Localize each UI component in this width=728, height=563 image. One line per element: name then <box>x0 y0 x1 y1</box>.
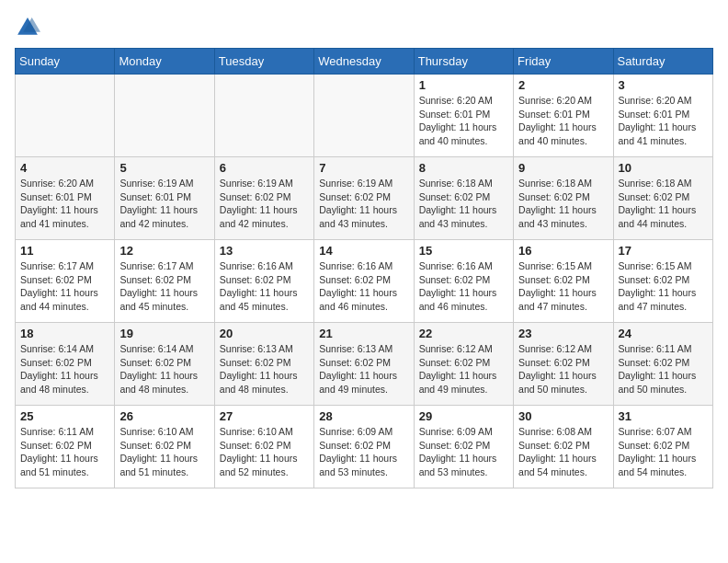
day-info: Sunrise: 6:08 AM Sunset: 6:02 PM Dayligh… <box>518 425 608 479</box>
calendar-week-5: 25Sunrise: 6:11 AM Sunset: 6:02 PM Dayli… <box>16 406 713 488</box>
day-info: Sunrise: 6:15 AM Sunset: 6:02 PM Dayligh… <box>619 259 708 314</box>
day-number: 13 <box>220 244 309 258</box>
logo <box>15 15 44 40</box>
calendar-cell: 23Sunrise: 6:12 AM Sunset: 6:02 PM Dayli… <box>514 323 613 406</box>
weekday-monday: Monday <box>115 49 214 75</box>
day-number: 19 <box>119 327 209 340</box>
day-number: 24 <box>619 327 708 340</box>
day-number: 31 <box>619 409 708 423</box>
day-info: Sunrise: 6:20 AM Sunset: 6:01 PM Dayligh… <box>419 94 508 148</box>
day-info: Sunrise: 6:15 AM Sunset: 6:02 PM Dayligh… <box>518 259 608 314</box>
calendar-cell: 19Sunrise: 6:14 AM Sunset: 6:02 PM Dayli… <box>115 323 214 406</box>
day-number: 2 <box>518 78 608 92</box>
day-number: 1 <box>419 78 508 92</box>
calendar-cell <box>115 75 214 157</box>
day-number: 23 <box>518 327 608 340</box>
day-info: Sunrise: 6:18 AM Sunset: 6:02 PM Dayligh… <box>518 177 608 231</box>
calendar-cell: 9Sunrise: 6:18 AM Sunset: 6:02 PM Daylig… <box>514 157 613 240</box>
day-info: Sunrise: 6:20 AM Sunset: 6:01 PM Dayligh… <box>518 94 608 148</box>
calendar-cell: 17Sunrise: 6:15 AM Sunset: 6:02 PM Dayli… <box>613 240 712 323</box>
calendar-cell: 8Sunrise: 6:18 AM Sunset: 6:02 PM Daylig… <box>414 157 513 240</box>
day-info: Sunrise: 6:09 AM Sunset: 6:02 PM Dayligh… <box>319 425 408 479</box>
day-number: 17 <box>619 244 708 258</box>
weekday-wednesday: Wednesday <box>314 49 414 75</box>
day-number: 12 <box>119 244 209 258</box>
day-number: 27 <box>220 409 309 423</box>
weekday-sunday: Sunday <box>16 49 115 75</box>
day-number: 3 <box>619 78 708 92</box>
day-info: Sunrise: 6:13 AM Sunset: 6:02 PM Dayligh… <box>319 342 408 396</box>
calendar-cell: 27Sunrise: 6:10 AM Sunset: 6:02 PM Dayli… <box>214 406 313 488</box>
calendar-cell <box>214 75 313 157</box>
day-number: 26 <box>119 409 209 423</box>
day-info: Sunrise: 6:19 AM Sunset: 6:02 PM Dayligh… <box>319 177 408 231</box>
day-info: Sunrise: 6:16 AM Sunset: 6:02 PM Dayligh… <box>319 259 408 314</box>
day-info: Sunrise: 6:18 AM Sunset: 6:02 PM Dayligh… <box>419 177 508 231</box>
day-info: Sunrise: 6:19 AM Sunset: 6:02 PM Dayligh… <box>220 177 309 231</box>
calendar-cell: 14Sunrise: 6:16 AM Sunset: 6:02 PM Dayli… <box>314 240 414 323</box>
day-info: Sunrise: 6:16 AM Sunset: 6:02 PM Dayligh… <box>419 259 508 314</box>
calendar-cell: 28Sunrise: 6:09 AM Sunset: 6:02 PM Dayli… <box>314 406 414 488</box>
page-header <box>15 15 713 40</box>
calendar-cell: 2Sunrise: 6:20 AM Sunset: 6:01 PM Daylig… <box>514 75 613 157</box>
day-number: 15 <box>419 244 508 258</box>
calendar-cell: 1Sunrise: 6:20 AM Sunset: 6:01 PM Daylig… <box>414 75 513 157</box>
calendar-cell: 30Sunrise: 6:08 AM Sunset: 6:02 PM Dayli… <box>514 406 613 488</box>
day-number: 21 <box>319 327 408 340</box>
day-info: Sunrise: 6:13 AM Sunset: 6:02 PM Dayligh… <box>220 342 309 396</box>
calendar-cell: 13Sunrise: 6:16 AM Sunset: 6:02 PM Dayli… <box>214 240 313 323</box>
day-number: 25 <box>20 409 109 423</box>
calendar-cell: 4Sunrise: 6:20 AM Sunset: 6:01 PM Daylig… <box>16 157 115 240</box>
calendar-cell: 31Sunrise: 6:07 AM Sunset: 6:02 PM Dayli… <box>613 406 712 488</box>
calendar-week-4: 18Sunrise: 6:14 AM Sunset: 6:02 PM Dayli… <box>16 323 713 406</box>
calendar-cell: 26Sunrise: 6:10 AM Sunset: 6:02 PM Dayli… <box>115 406 214 488</box>
calendar-header: SundayMondayTuesdayWednesdayThursdayFrid… <box>16 49 713 75</box>
calendar-cell <box>314 75 414 157</box>
weekday-saturday: Saturday <box>613 49 712 75</box>
calendar-cell: 6Sunrise: 6:19 AM Sunset: 6:02 PM Daylig… <box>214 157 313 240</box>
day-number: 7 <box>319 161 408 175</box>
calendar-cell: 12Sunrise: 6:17 AM Sunset: 6:02 PM Dayli… <box>115 240 214 323</box>
calendar-cell: 15Sunrise: 6:16 AM Sunset: 6:02 PM Dayli… <box>414 240 513 323</box>
day-info: Sunrise: 6:20 AM Sunset: 6:01 PM Dayligh… <box>619 94 708 148</box>
day-info: Sunrise: 6:19 AM Sunset: 6:01 PM Dayligh… <box>119 177 209 231</box>
calendar-cell: 20Sunrise: 6:13 AM Sunset: 6:02 PM Dayli… <box>214 323 313 406</box>
calendar-week-1: 1Sunrise: 6:20 AM Sunset: 6:01 PM Daylig… <box>16 75 713 157</box>
day-number: 28 <box>319 409 408 423</box>
calendar-table: SundayMondayTuesdayWednesdayThursdayFrid… <box>15 48 713 488</box>
calendar-cell <box>16 75 115 157</box>
calendar-cell: 5Sunrise: 6:19 AM Sunset: 6:01 PM Daylig… <box>115 157 214 240</box>
calendar-cell: 7Sunrise: 6:19 AM Sunset: 6:02 PM Daylig… <box>314 157 414 240</box>
calendar-cell: 25Sunrise: 6:11 AM Sunset: 6:02 PM Dayli… <box>16 406 115 488</box>
calendar-week-3: 11Sunrise: 6:17 AM Sunset: 6:02 PM Dayli… <box>16 240 713 323</box>
day-number: 22 <box>419 327 508 340</box>
day-number: 10 <box>619 161 708 175</box>
calendar-cell: 21Sunrise: 6:13 AM Sunset: 6:02 PM Dayli… <box>314 323 414 406</box>
day-info: Sunrise: 6:11 AM Sunset: 6:02 PM Dayligh… <box>20 425 109 479</box>
day-number: 29 <box>419 409 508 423</box>
calendar-cell: 10Sunrise: 6:18 AM Sunset: 6:02 PM Dayli… <box>613 157 712 240</box>
calendar-body: 1Sunrise: 6:20 AM Sunset: 6:01 PM Daylig… <box>16 75 713 488</box>
day-number: 14 <box>319 244 408 258</box>
calendar-cell: 3Sunrise: 6:20 AM Sunset: 6:01 PM Daylig… <box>613 75 712 157</box>
day-number: 8 <box>419 161 508 175</box>
day-info: Sunrise: 6:12 AM Sunset: 6:02 PM Dayligh… <box>518 342 608 396</box>
calendar-cell: 24Sunrise: 6:11 AM Sunset: 6:02 PM Dayli… <box>613 323 712 406</box>
day-info: Sunrise: 6:10 AM Sunset: 6:02 PM Dayligh… <box>220 425 309 479</box>
day-info: Sunrise: 6:17 AM Sunset: 6:02 PM Dayligh… <box>119 259 209 314</box>
calendar-cell: 29Sunrise: 6:09 AM Sunset: 6:02 PM Dayli… <box>414 406 513 488</box>
day-info: Sunrise: 6:17 AM Sunset: 6:02 PM Dayligh… <box>20 259 109 314</box>
day-info: Sunrise: 6:14 AM Sunset: 6:02 PM Dayligh… <box>119 342 209 396</box>
weekday-header-row: SundayMondayTuesdayWednesdayThursdayFrid… <box>16 49 713 75</box>
day-info: Sunrise: 6:11 AM Sunset: 6:02 PM Dayligh… <box>619 342 708 396</box>
day-number: 20 <box>220 327 309 340</box>
day-info: Sunrise: 6:07 AM Sunset: 6:02 PM Dayligh… <box>619 425 708 479</box>
calendar-cell: 16Sunrise: 6:15 AM Sunset: 6:02 PM Dayli… <box>514 240 613 323</box>
day-number: 9 <box>518 161 608 175</box>
day-info: Sunrise: 6:10 AM Sunset: 6:02 PM Dayligh… <box>119 425 209 479</box>
day-info: Sunrise: 6:18 AM Sunset: 6:02 PM Dayligh… <box>619 177 708 231</box>
day-number: 5 <box>119 161 209 175</box>
day-info: Sunrise: 6:14 AM Sunset: 6:02 PM Dayligh… <box>20 342 109 396</box>
weekday-friday: Friday <box>514 49 613 75</box>
day-info: Sunrise: 6:16 AM Sunset: 6:02 PM Dayligh… <box>220 259 309 314</box>
